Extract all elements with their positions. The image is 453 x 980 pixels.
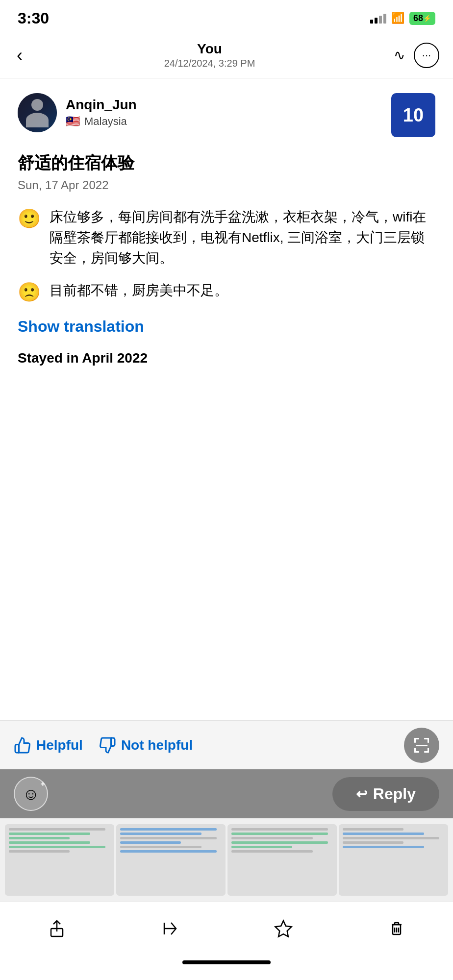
- thumbnails-bar: [0, 818, 453, 902]
- more-options-button[interactable]: ···: [414, 43, 439, 68]
- delete-button[interactable]: [379, 914, 414, 948]
- share-button[interactable]: [40, 914, 74, 948]
- reply-button[interactable]: ↩ Reply: [332, 777, 439, 811]
- negative-review-item: 🙁 目前都不错，厨房美中不足。: [18, 280, 435, 303]
- review-header: Anqin_Jun 🇲🇾 Malaysia 10: [18, 93, 435, 137]
- not-helpful-button[interactable]: Not helpful: [99, 736, 193, 754]
- wifi-icon: 📶: [391, 12, 404, 24]
- forward-icon: [160, 919, 180, 943]
- thumbs-down-icon: [99, 736, 116, 754]
- positive-icon: 🙂: [18, 208, 41, 229]
- navigation-header: ‹ You 24/12/2024, 3:29 PM ∿ ···: [0, 34, 453, 78]
- thumbs-up-icon: [14, 736, 31, 754]
- reviewer-location: 🇲🇾 Malaysia: [66, 115, 137, 128]
- status-time: 3:30: [18, 9, 49, 27]
- header-title: You: [164, 41, 255, 57]
- header-actions: ∿ ···: [394, 43, 439, 68]
- review-title: 舒适的住宿体验: [18, 152, 435, 174]
- scan-icon: [412, 735, 431, 755]
- home-bar: [182, 960, 271, 964]
- svg-marker-10: [275, 921, 291, 937]
- thumbnail-1[interactable]: [5, 824, 114, 896]
- helpful-button[interactable]: Helpful: [14, 736, 83, 754]
- reviewer-details: Anqin_Jun 🇲🇾 Malaysia: [66, 97, 137, 128]
- emoji-plus-icon: +: [41, 780, 45, 788]
- star-button[interactable]: [266, 914, 301, 948]
- thumbnail-2[interactable]: [116, 824, 226, 896]
- svg-rect-3: [428, 738, 429, 743]
- score-badge: 10: [391, 93, 435, 137]
- negative-icon: 🙁: [18, 281, 41, 303]
- reviewer-info: Anqin_Jun 🇲🇾 Malaysia: [18, 93, 137, 132]
- reviewer-name: Anqin_Jun: [66, 97, 137, 113]
- reply-arrow-icon: ↩: [356, 786, 367, 802]
- review-date: Sun, 17 Apr 2022: [18, 178, 435, 192]
- svg-rect-7: [428, 748, 429, 753]
- svg-rect-5: [414, 748, 416, 753]
- show-translation-button[interactable]: Show translation: [18, 318, 144, 336]
- status-bar: 3:30 📶 68: [0, 0, 453, 34]
- thumbnail-3[interactable]: [227, 824, 337, 896]
- helpful-label: Helpful: [36, 737, 83, 753]
- reply-bar: ☺ + ↩ Reply: [0, 769, 453, 818]
- share-icon: [47, 919, 67, 943]
- forward-button[interactable]: [153, 914, 187, 948]
- emoji-icon: ☺: [23, 784, 40, 804]
- trash-icon: [387, 919, 406, 943]
- home-indicator: [0, 956, 453, 980]
- action-bar: Helpful Not helpful: [0, 720, 453, 769]
- back-button[interactable]: ‹: [14, 42, 25, 69]
- content-area: Anqin_Jun 🇲🇾 Malaysia 10 舒适的住宿体验 Sun, 17…: [0, 78, 453, 720]
- bottom-toolbar: [0, 902, 453, 956]
- reviewer-country: Malaysia: [84, 115, 127, 128]
- header-center: You 24/12/2024, 3:29 PM: [164, 41, 255, 69]
- feedback-buttons: Helpful Not helpful: [14, 736, 193, 754]
- avatar: [18, 93, 57, 132]
- draw-icon[interactable]: ∿: [394, 47, 404, 63]
- flag-icon: 🇲🇾: [66, 115, 80, 128]
- review-body: 🙂 床位够多，每间房间都有洗手盆洗漱，衣柜衣架，冷气，wifi在隔壁茶餐厅都能接…: [18, 207, 435, 303]
- stayed-info: Stayed in April 2022: [18, 350, 435, 366]
- status-icons: 📶 68: [370, 12, 435, 25]
- emoji-button[interactable]: ☺ +: [14, 777, 48, 811]
- thumbnail-4[interactable]: [339, 824, 448, 896]
- svg-rect-1: [414, 738, 416, 743]
- negative-review-text: 目前都不错，厨房美中不足。: [50, 280, 228, 301]
- positive-review-item: 🙂 床位够多，每间房间都有洗手盆洗漱，衣柜衣架，冷气，wifi在隔壁茶餐厅都能接…: [18, 207, 435, 269]
- reply-label: Reply: [373, 785, 416, 803]
- positive-review-text: 床位够多，每间房间都有洗手盆洗漱，衣柜衣架，冷气，wifi在隔壁茶餐厅都能接收到…: [50, 207, 435, 269]
- svg-rect-8: [416, 745, 428, 746]
- battery-indicator: 68: [409, 12, 435, 25]
- header-subtitle: 24/12/2024, 3:29 PM: [164, 58, 255, 69]
- not-helpful-label: Not helpful: [121, 737, 193, 753]
- ellipsis-icon: ···: [422, 49, 431, 62]
- scan-button[interactable]: [404, 728, 439, 763]
- signal-icon: [370, 13, 386, 24]
- star-icon: [274, 919, 293, 943]
